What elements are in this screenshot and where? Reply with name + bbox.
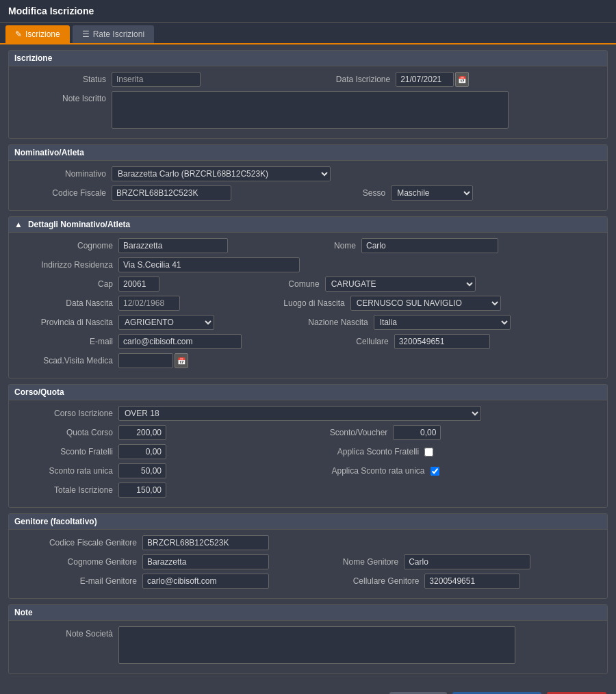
cf-genitore-label: Codice Fiscale Genitore (17, 538, 137, 548)
provincia-nascita-label: Provincia di Nascita (17, 318, 113, 327)
cognome-label: Cognome (17, 241, 113, 250)
row-codice-fiscale: Codice Fiscale Sesso Maschile (17, 185, 599, 201)
row-sconto-fratelli: Sconto Fratelli Applica Sconto Fratelli (17, 444, 599, 459)
tab-rate-icon: ☰ (82, 29, 90, 39)
quota-label: Quota Corso (17, 428, 113, 437)
email-genitore-input[interactable] (142, 574, 269, 589)
row-email-cellulare: E-mail Cellulare (17, 334, 599, 349)
section-dettagli-title: ▲ Dettagli Nominativo/Atleta (9, 217, 607, 233)
section-nominativo: Nominativo/Atleta Nominativo Barazzetta … (8, 144, 608, 211)
tab-iscrizione-icon: ✎ (15, 29, 22, 39)
applica-sconto-fratelli-checkbox[interactable] (424, 448, 433, 457)
row-provincia-nazione: Provincia di Nascita AGRIGENTO Nazione N… (17, 315, 599, 330)
cognome-input[interactable] (118, 238, 228, 253)
tab-iscrizione[interactable]: ✎ Iscrizione (5, 25, 70, 43)
cap-input[interactable] (118, 277, 159, 292)
note-iscritto-input[interactable] (112, 91, 509, 129)
email-input[interactable] (118, 334, 242, 349)
tab-iscrizione-label: Iscrizione (25, 29, 60, 39)
email-genitore-label: E-mail Genitore (17, 576, 137, 586)
nome-input[interactable] (361, 238, 498, 253)
section-corso-title: Corso/Quota (9, 385, 607, 400)
row-note-iscritto: Note Iscritto (17, 91, 599, 129)
quota-input[interactable] (118, 425, 166, 440)
codice-fiscale-input[interactable] (112, 185, 231, 201)
status-input[interactable] (112, 72, 201, 87)
email-label: E-mail (17, 337, 113, 346)
data-iscrizione-label: Data Iscrizione (336, 75, 390, 84)
applica-sconto-fratelli-label: Applica Sconto Fratelli (337, 447, 419, 457)
row-cap-comune: Cap Comune CARUGATE (17, 277, 599, 292)
status-label: Status (17, 75, 106, 84)
corso-select[interactable]: OVER 18 (118, 406, 481, 421)
codice-fiscale-label: Codice Fiscale (17, 188, 106, 198)
cellulare-genitore-label: Cellulare Genitore (353, 576, 420, 586)
row-cf-genitore: Codice Fiscale Genitore (17, 535, 599, 550)
sconto-fratelli-input[interactable] (118, 444, 166, 459)
cognome-genitore-input[interactable] (142, 554, 269, 569)
sconto-fratelli-label: Sconto Fratelli (17, 447, 113, 457)
nome-label: Nome (334, 241, 356, 250)
sconto-rata-label: Sconto rata unica (17, 466, 113, 476)
luogo-nascita-select[interactable]: CERNUSCO SUL NAVIGLIO (350, 296, 501, 311)
scad-visita-label: Scad.Visita Medica (17, 356, 113, 365)
nome-genitore-input[interactable] (404, 554, 530, 569)
cognome-genitore-label: Cognome Genitore (17, 557, 137, 567)
section-corso: Corso/Quota Corso Iscrizione OVER 18 Quo… (8, 384, 608, 508)
totale-input[interactable] (118, 483, 166, 498)
sesso-select[interactable]: Maschile (391, 185, 473, 201)
note-iscritto-label: Note Iscritto (17, 94, 106, 103)
cellulare-input[interactable] (394, 334, 490, 349)
sconto-voucher-label: Sconto/Voucher (330, 428, 388, 437)
row-cognome-nome-genitore: Cognome Genitore Nome Genitore (17, 554, 599, 569)
data-iscrizione-cal-btn[interactable]: 📅 (455, 72, 469, 87)
scad-visita-cal-btn[interactable]: 📅 (175, 353, 188, 368)
nominativo-label: Nominativo (17, 169, 106, 179)
row-sconto-rata: Sconto rata unica Applica Sconto rata un… (17, 463, 599, 478)
section-note-title: Note (9, 605, 607, 621)
corso-label: Corso Iscrizione (17, 409, 113, 418)
section-genitore-title: Genitore (facoltativo) (9, 514, 607, 530)
data-nascita-label: Data Nascita (17, 298, 113, 308)
section-nominativo-title: Nominativo/Atleta (9, 145, 607, 161)
note-societa-label: Note Società (17, 629, 113, 639)
section-nominativo-content: Nominativo Barazzetta Carlo (BRZCRL68B12… (9, 161, 607, 210)
section-corso-content: Corso Iscrizione OVER 18 Quota Corso Sco… (9, 400, 607, 507)
nominativo-select[interactable]: Barazzetta Carlo (BRZCRL68B12C523K) (112, 166, 331, 181)
totale-label: Totale Iscrizione (17, 485, 113, 495)
row-quota-voucher: Quota Corso Sconto/Voucher (17, 425, 599, 440)
scad-visita-input[interactable] (118, 353, 173, 368)
sconto-rata-input[interactable] (118, 463, 166, 478)
section-iscrizione: Iscrizione Status Data Iscrizione 📅 Note… (8, 50, 608, 139)
section-note: Note Note Società (8, 604, 608, 674)
section-note-content: Note Società (9, 621, 607, 673)
sconto-voucher-input[interactable] (393, 425, 441, 440)
row-scad-visita: Scad.Visita Medica 📅 (17, 353, 599, 368)
note-societa-input[interactable] (118, 626, 515, 664)
row-cognome-nome: Cognome Nome (17, 238, 599, 253)
cf-genitore-input[interactable] (142, 535, 269, 550)
row-totale: Totale Iscrizione (17, 483, 599, 498)
section-iscrizione-content: Status Data Iscrizione 📅 Note Iscritto (9, 66, 607, 138)
row-indirizzo: Indirizzo Residenza (17, 257, 599, 272)
data-nascita-input[interactable] (118, 296, 180, 311)
luogo-nascita-label: Luogo di Nascita (283, 298, 344, 308)
row-nominativo: Nominativo Barazzetta Carlo (BRZCRL68B12… (17, 166, 599, 181)
row-nascita: Data Nascita Luogo di Nascita CERNUSCO S… (17, 296, 599, 311)
nome-genitore-label: Nome Genitore (343, 557, 398, 567)
row-status: Status Data Iscrizione 📅 (17, 72, 599, 87)
section-genitore-content: Codice Fiscale Genitore Cognome Genitore… (9, 530, 607, 598)
row-corso: Corso Iscrizione OVER 18 (17, 406, 599, 421)
data-iscrizione-input[interactable] (396, 72, 454, 87)
provincia-nascita-select[interactable]: AGRIGENTO (118, 315, 214, 330)
data-iscrizione-wrapper: 📅 (396, 72, 469, 87)
indirizzo-input[interactable] (118, 257, 300, 272)
cellulare-genitore-input[interactable] (424, 574, 520, 589)
comune-select[interactable]: CARUGATE (325, 277, 476, 292)
section-genitore: Genitore (facoltativo) Codice Fiscale Ge… (8, 513, 608, 599)
nazione-nascita-select[interactable]: Italia (374, 315, 511, 330)
sesso-label: Sesso (363, 188, 385, 198)
section-iscrizione-title: Iscrizione (9, 51, 607, 66)
tab-rate[interactable]: ☰ Rate Iscrizioni (73, 25, 154, 43)
applica-rata-checkbox[interactable] (431, 467, 439, 476)
